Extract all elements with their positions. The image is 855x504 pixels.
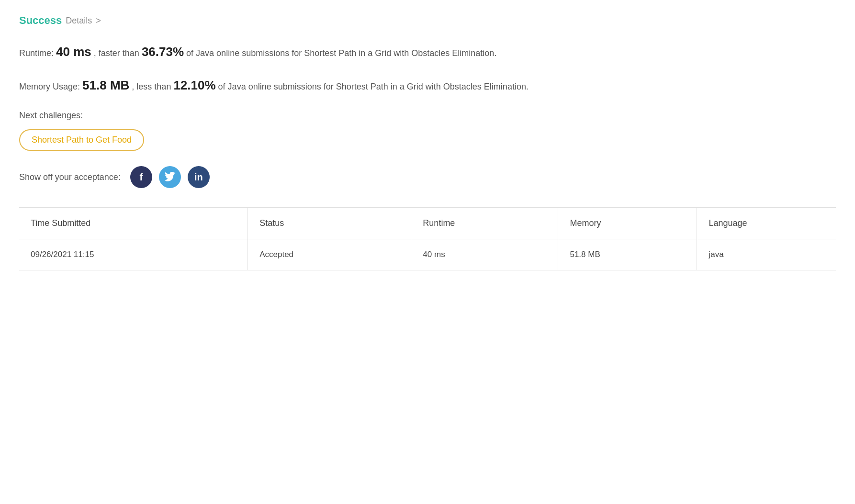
runtime-value: 40 ms: [56, 45, 91, 59]
cell-runtime: 40 ms: [411, 239, 558, 270]
shortest-path-food-button[interactable]: Shortest Path to Get Food: [19, 129, 144, 151]
col-header-time: Time Submitted: [19, 208, 248, 239]
col-header-memory: Memory: [558, 208, 697, 239]
table-row: 09/26/2021 11:15Accepted40 ms51.8 MBjava: [19, 239, 836, 270]
cell-time: 09/26/2021 11:15: [19, 239, 248, 270]
show-off-label: Show off your acceptance:: [19, 172, 121, 182]
success-label: Success: [19, 14, 62, 27]
col-header-runtime: Runtime: [411, 208, 558, 239]
memory-description: Memory Usage: 51.8 MB , less than 12.10%…: [19, 76, 836, 96]
col-header-status: Status: [248, 208, 411, 239]
cell-status: Accepted: [248, 239, 411, 270]
col-header-language: Language: [697, 208, 836, 239]
memory-suffix: of Java online submissions for Shortest …: [218, 82, 529, 91]
social-icons: f in: [130, 166, 210, 188]
table-header-row: Time Submitted Status Runtime Memory Lan…: [19, 208, 836, 239]
next-challenges-label: Next challenges:: [19, 111, 836, 121]
cell-memory: 51.8 MB: [558, 239, 697, 270]
show-off-row: Show off your acceptance: f in: [19, 166, 836, 188]
details-link[interactable]: Details: [66, 16, 92, 26]
breadcrumb: Success Details >: [19, 14, 836, 27]
runtime-prefix: Runtime:: [19, 48, 54, 58]
memory-prefix: Memory Usage:: [19, 82, 80, 91]
submissions-table: Time Submitted Status Runtime Memory Lan…: [19, 208, 836, 270]
cell-language: java: [697, 239, 836, 270]
chevron-icon: >: [96, 16, 101, 26]
memory-value: 51.8 MB: [82, 78, 129, 92]
runtime-suffix: of Java online submissions for Shortest …: [186, 48, 496, 58]
twitter-icon[interactable]: [159, 166, 181, 188]
runtime-percentage: 36.73%: [142, 45, 184, 59]
facebook-icon[interactable]: f: [130, 166, 152, 188]
memory-percentage: 12.10%: [173, 78, 215, 92]
runtime-description: Runtime: 40 ms , faster than 36.73% of J…: [19, 42, 836, 62]
linkedin-icon[interactable]: in: [188, 166, 210, 188]
memory-middle: , less than: [132, 82, 171, 91]
runtime-middle: , faster than: [94, 48, 139, 58]
